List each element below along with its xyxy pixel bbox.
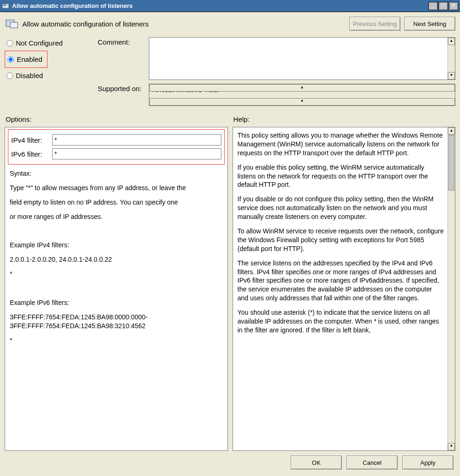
example-ipv6-heading: Example IPv6 filters: [10,298,223,307]
scroll-down-icon[interactable]: ▼ [149,98,455,106]
syntax-text: field empty to listen on no IP address. … [10,198,223,207]
help-text: If you enable this policy setting, the W… [238,163,444,190]
page-title: Allow automatic configuration of listene… [22,20,149,28]
syntax-heading: Syntax: [10,169,223,178]
filter-highlight: IPv4 filter: IPv6 filter: [8,129,225,165]
supported-on-value: At least Windows Vista ▲ ▼ [149,84,455,106]
policy-icon [6,19,19,29]
radio-disabled-label: Disabled [16,72,43,79]
help-header: Help: [233,115,456,123]
example-ipv6-text: * [10,336,223,345]
example-ipv4-text: * [10,270,223,278]
radio-not-configured-label: Not Configured [16,39,63,47]
help-panel: This policy setting allows you to manage… [233,127,456,451]
radio-enabled-input[interactable] [7,56,14,63]
help-text: This policy setting allows you to manage… [238,131,444,158]
apply-button[interactable]: Apply [402,456,453,469]
scroll-thumb[interactable] [448,135,454,191]
scroll-down-icon[interactable]: ▼ [448,72,455,79]
syntax-text: or more ranges of IP addresses. [10,212,223,221]
state-radio-group: Not Configured Enabled Disabled [5,35,98,83]
options-header: Options: [6,115,228,123]
radio-disabled[interactable]: Disabled [6,71,97,80]
syntax-text: Type "*" to allow messages from any IP a… [10,184,223,192]
next-setting-button[interactable]: Next Setting [404,17,455,31]
policy-icon [2,2,9,10]
example-ipv6-text: 3FFE:FFFF:7654:FEDA:1245:BA98:0000:0000-… [10,313,223,331]
comment-label: Comment: [98,37,149,80]
radio-not-configured[interactable]: Not Configured [6,38,97,48]
ipv4-filter-input[interactable] [52,134,221,145]
ipv6-filter-input[interactable] [52,148,221,159]
supported-on-label: Supported on: [98,84,149,106]
close-button[interactable]: ✕ [449,2,458,10]
radio-disabled-input[interactable] [7,73,13,79]
header-row: Allow automatic configuration of listene… [5,16,455,35]
svg-rect-3 [10,22,18,28]
window-title: Allow automatic configuration of listene… [12,2,428,9]
example-ipv4-text: 2.0.0.1-2.0.0.20, 24.0.0.1-24.0.0.22 [10,255,223,264]
cancel-button[interactable]: Cancel [347,456,398,469]
svg-rect-1 [3,5,6,6]
comment-textarea[interactable]: ▲ ▼ [149,37,455,80]
minimize-button[interactable]: _ [428,2,438,10]
radio-enabled-label: Enabled [17,55,42,63]
scrollbar[interactable]: ▲ ▼ [447,38,455,79]
svg-rect-0 [2,4,9,8]
help-text: If you disable or do not configure this … [238,195,444,221]
options-panel: IPv4 filter: IPv6 filter: Syntax: Type "… [5,127,228,451]
radio-enabled[interactable]: Enabled [7,54,43,64]
ipv4-filter-label: IPv4 filter: [11,136,48,144]
radio-not-configured-input[interactable] [7,40,13,46]
scroll-up-icon[interactable]: ▲ [149,84,455,92]
help-text: To allow WinRM service to receive reques… [238,227,444,253]
titlebar: Allow automatic configuration of listene… [0,0,460,12]
example-ipv4-heading: Example IPv4 filters: [10,241,223,250]
previous-setting-button[interactable]: Previous Setting [349,17,400,31]
maximize-button[interactable]: □ [439,2,448,10]
ipv6-filter-label: IPv6 filter: [11,150,48,158]
scroll-down-icon[interactable]: ▼ [448,443,455,450]
scrollbar[interactable]: ▲ ▼ [447,127,455,450]
help-text: The service listens on the addresses spe… [238,259,444,303]
ok-button[interactable]: OK [291,456,342,469]
scroll-up-icon[interactable]: ▲ [448,38,455,45]
scroll-up-icon[interactable]: ▲ [448,127,455,135]
dialog-footer: OK Cancel Apply [5,451,455,474]
help-text: You should use asterisk (*) to indicate … [238,308,444,335]
